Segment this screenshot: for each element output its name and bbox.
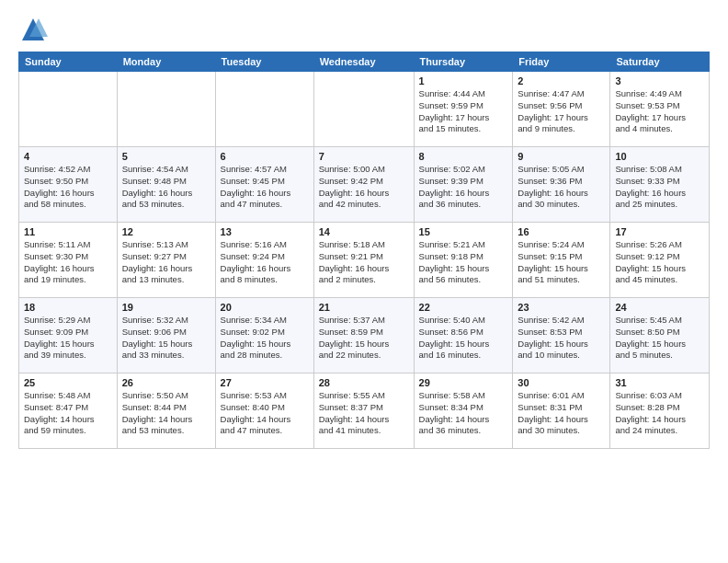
- calendar-cell: 17Sunrise: 5:26 AM Sunset: 9:12 PM Dayli…: [610, 223, 710, 298]
- day-number: 21: [319, 302, 409, 313]
- calendar-cell: 18Sunrise: 5:29 AM Sunset: 9:09 PM Dayli…: [19, 298, 118, 373]
- calendar-cell: 28Sunrise: 5:55 AM Sunset: 8:37 PM Dayli…: [313, 373, 414, 449]
- calendar-cell: [19, 72, 118, 147]
- calendar-cell: [117, 72, 215, 147]
- day-number: 27: [221, 377, 309, 388]
- day-number: 10: [615, 151, 704, 162]
- calendar-cell: 12Sunrise: 5:13 AM Sunset: 9:27 PM Dayli…: [117, 223, 215, 298]
- day-number: 5: [122, 151, 210, 162]
- logo: [18, 15, 51, 44]
- calendar-cell: 9Sunrise: 5:05 AM Sunset: 9:36 PM Daylig…: [513, 147, 610, 223]
- calendar-cell: 29Sunrise: 5:58 AM Sunset: 8:34 PM Dayli…: [414, 373, 513, 449]
- calendar-cell: 15Sunrise: 5:21 AM Sunset: 9:18 PM Dayli…: [414, 223, 513, 298]
- day-info: Sunrise: 5:58 AM Sunset: 8:34 PM Dayligh…: [419, 390, 508, 437]
- calendar-cell: 23Sunrise: 5:42 AM Sunset: 8:53 PM Dayli…: [513, 298, 610, 373]
- calendar-week-row: 1Sunrise: 4:44 AM Sunset: 9:59 PM Daylig…: [19, 72, 710, 147]
- day-info: Sunrise: 5:42 AM Sunset: 8:53 PM Dayligh…: [518, 315, 605, 362]
- day-info: Sunrise: 4:49 AM Sunset: 9:53 PM Dayligh…: [615, 88, 704, 135]
- calendar-week-row: 4Sunrise: 4:52 AM Sunset: 9:50 PM Daylig…: [19, 147, 710, 223]
- day-info: Sunrise: 5:50 AM Sunset: 8:44 PM Dayligh…: [122, 390, 210, 437]
- calendar-cell: 21Sunrise: 5:37 AM Sunset: 8:59 PM Dayli…: [313, 298, 414, 373]
- day-number: 28: [319, 377, 409, 388]
- day-number: 29: [419, 377, 508, 388]
- day-number: 2: [518, 75, 605, 86]
- day-info: Sunrise: 5:45 AM Sunset: 8:50 PM Dayligh…: [615, 315, 704, 362]
- day-info: Sunrise: 5:05 AM Sunset: 9:36 PM Dayligh…: [518, 164, 605, 211]
- logo-icon: [18, 15, 48, 44]
- calendar-cell: 24Sunrise: 5:45 AM Sunset: 8:50 PM Dayli…: [610, 298, 710, 373]
- day-number: 20: [221, 302, 309, 313]
- day-number: 26: [122, 377, 210, 388]
- day-info: Sunrise: 5:40 AM Sunset: 8:56 PM Dayligh…: [419, 315, 508, 362]
- day-info: Sunrise: 4:54 AM Sunset: 9:48 PM Dayligh…: [122, 164, 210, 211]
- calendar-cell: 20Sunrise: 5:34 AM Sunset: 9:02 PM Dayli…: [215, 298, 313, 373]
- calendar-cell: 31Sunrise: 6:03 AM Sunset: 8:28 PM Dayli…: [610, 373, 710, 449]
- day-number: 6: [221, 151, 309, 162]
- day-info: Sunrise: 4:44 AM Sunset: 9:59 PM Dayligh…: [419, 88, 508, 135]
- day-info: Sunrise: 5:53 AM Sunset: 8:40 PM Dayligh…: [221, 390, 309, 437]
- day-info: Sunrise: 5:18 AM Sunset: 9:21 PM Dayligh…: [319, 239, 409, 286]
- day-info: Sunrise: 5:02 AM Sunset: 9:39 PM Dayligh…: [419, 164, 508, 211]
- calendar-cell: 13Sunrise: 5:16 AM Sunset: 9:24 PM Dayli…: [215, 223, 313, 298]
- header: [18, 15, 710, 44]
- day-info: Sunrise: 5:13 AM Sunset: 9:27 PM Dayligh…: [122, 239, 210, 286]
- calendar-cell: 16Sunrise: 5:24 AM Sunset: 9:15 PM Dayli…: [513, 223, 610, 298]
- day-info: Sunrise: 4:47 AM Sunset: 9:56 PM Dayligh…: [518, 88, 605, 135]
- calendar-cell: 10Sunrise: 5:08 AM Sunset: 9:33 PM Dayli…: [610, 147, 710, 223]
- day-number: 22: [419, 302, 508, 313]
- day-number: 13: [221, 226, 309, 237]
- day-header-tuesday: Tuesday: [215, 52, 313, 72]
- day-info: Sunrise: 5:21 AM Sunset: 9:18 PM Dayligh…: [419, 239, 508, 286]
- day-number: 14: [319, 226, 409, 237]
- calendar-cell: 4Sunrise: 4:52 AM Sunset: 9:50 PM Daylig…: [19, 147, 118, 223]
- day-number: 18: [24, 302, 112, 313]
- calendar-header-row: SundayMondayTuesdayWednesdayThursdayFrid…: [19, 52, 710, 72]
- day-number: 12: [122, 226, 210, 237]
- calendar-cell: 25Sunrise: 5:48 AM Sunset: 8:47 PM Dayli…: [19, 373, 118, 449]
- day-header-wednesday: Wednesday: [313, 52, 414, 72]
- calendar-week-row: 11Sunrise: 5:11 AM Sunset: 9:30 PM Dayli…: [19, 223, 710, 298]
- day-info: Sunrise: 5:08 AM Sunset: 9:33 PM Dayligh…: [615, 164, 704, 211]
- calendar-cell: 30Sunrise: 6:01 AM Sunset: 8:31 PM Dayli…: [513, 373, 610, 449]
- calendar-cell: 8Sunrise: 5:02 AM Sunset: 9:39 PM Daylig…: [414, 147, 513, 223]
- day-number: 11: [24, 226, 112, 237]
- day-info: Sunrise: 5:37 AM Sunset: 8:59 PM Dayligh…: [319, 315, 409, 362]
- day-number: 16: [518, 226, 605, 237]
- calendar-cell: 7Sunrise: 5:00 AM Sunset: 9:42 PM Daylig…: [313, 147, 414, 223]
- day-number: 15: [419, 226, 508, 237]
- calendar-cell: 5Sunrise: 4:54 AM Sunset: 9:48 PM Daylig…: [117, 147, 215, 223]
- day-info: Sunrise: 5:00 AM Sunset: 9:42 PM Dayligh…: [319, 164, 409, 211]
- day-info: Sunrise: 5:55 AM Sunset: 8:37 PM Dayligh…: [319, 390, 409, 437]
- day-number: 19: [122, 302, 210, 313]
- day-header-thursday: Thursday: [414, 52, 513, 72]
- day-info: Sunrise: 6:01 AM Sunset: 8:31 PM Dayligh…: [518, 390, 605, 437]
- calendar-cell: 2Sunrise: 4:47 AM Sunset: 9:56 PM Daylig…: [513, 72, 610, 147]
- calendar-cell: 26Sunrise: 5:50 AM Sunset: 8:44 PM Dayli…: [117, 373, 215, 449]
- day-info: Sunrise: 6:03 AM Sunset: 8:28 PM Dayligh…: [615, 390, 704, 437]
- page: SundayMondayTuesdayWednesdayThursdayFrid…: [0, 0, 728, 563]
- calendar-cell: 27Sunrise: 5:53 AM Sunset: 8:40 PM Dayli…: [215, 373, 313, 449]
- day-header-sunday: Sunday: [19, 52, 118, 72]
- day-number: 1: [419, 75, 508, 86]
- calendar-week-row: 25Sunrise: 5:48 AM Sunset: 8:47 PM Dayli…: [19, 373, 710, 449]
- day-info: Sunrise: 5:16 AM Sunset: 9:24 PM Dayligh…: [221, 239, 309, 286]
- day-number: 31: [615, 377, 704, 388]
- calendar-cell: [313, 72, 414, 147]
- day-info: Sunrise: 5:34 AM Sunset: 9:02 PM Dayligh…: [221, 315, 309, 362]
- day-number: 9: [518, 151, 605, 162]
- calendar-cell: 6Sunrise: 4:57 AM Sunset: 9:45 PM Daylig…: [215, 147, 313, 223]
- day-info: Sunrise: 5:11 AM Sunset: 9:30 PM Dayligh…: [24, 239, 112, 286]
- day-info: Sunrise: 4:52 AM Sunset: 9:50 PM Dayligh…: [24, 164, 112, 211]
- calendar-cell: 14Sunrise: 5:18 AM Sunset: 9:21 PM Dayli…: [313, 223, 414, 298]
- day-number: 7: [319, 151, 409, 162]
- day-number: 23: [518, 302, 605, 313]
- day-number: 8: [419, 151, 508, 162]
- day-header-saturday: Saturday: [610, 52, 710, 72]
- calendar-cell: [215, 72, 313, 147]
- day-number: 30: [518, 377, 605, 388]
- day-info: Sunrise: 5:26 AM Sunset: 9:12 PM Dayligh…: [615, 239, 704, 286]
- day-info: Sunrise: 5:24 AM Sunset: 9:15 PM Dayligh…: [518, 239, 605, 286]
- calendar-cell: 22Sunrise: 5:40 AM Sunset: 8:56 PM Dayli…: [414, 298, 513, 373]
- day-number: 3: [615, 75, 704, 86]
- day-number: 4: [24, 151, 112, 162]
